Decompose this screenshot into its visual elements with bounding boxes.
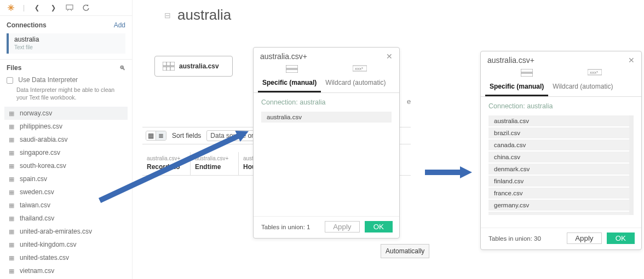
svg-text:xxx*: xxx* <box>355 66 363 71</box>
file-item[interactable]: ▦philippines.csv <box>4 120 128 133</box>
union-pill-label: australia.csv <box>179 62 219 70</box>
union-table-item[interactable]: brazil.csv <box>488 127 629 138</box>
close-icon[interactable]: ✕ <box>628 56 635 65</box>
file-item[interactable]: ▦norway.csv <box>4 107 128 120</box>
file-name: thailand.csv <box>20 214 54 222</box>
file-icon: ▦ <box>8 215 15 222</box>
file-icon: ▦ <box>8 241 15 248</box>
union-table-item[interactable]: denmark.csv <box>488 164 629 175</box>
file-item[interactable]: ▦united-states.csv <box>4 251 128 264</box>
file-item[interactable]: ▦united-kingdom.csv <box>4 238 128 251</box>
file-name: saudi-arabia.csv <box>20 136 67 143</box>
file-name: spain.csv <box>20 175 47 183</box>
connection-type: Text file <box>14 44 120 50</box>
nav-toolbar: | <box>0 0 132 16</box>
specific-icon <box>286 65 298 74</box>
file-icon: ▦ <box>8 176 15 183</box>
sort-fields-label: Sort fields <box>172 132 201 140</box>
file-icon: ▦ <box>8 189 15 196</box>
search-icon[interactable]: 🔍︎ <box>119 65 125 71</box>
file-icon: ▦ <box>8 136 15 143</box>
union-table-item[interactable]: australia.csv <box>261 112 392 123</box>
file-icon: ▦ <box>8 228 15 235</box>
grid-icon: ▦ <box>146 131 156 140</box>
tab-specific[interactable]: Specific (manual) <box>258 75 321 92</box>
apply-button[interactable]: Apply <box>325 221 359 233</box>
file-name: singapore.csv <box>20 149 60 156</box>
wildcard-icon: xxx* <box>588 69 602 78</box>
union-table-item[interactable]: finland.csv <box>488 176 629 187</box>
apply-button[interactable]: Apply <box>567 233 601 244</box>
file-item[interactable]: ▦saudi-arabia.csv <box>4 133 128 146</box>
presentation-icon[interactable] <box>65 3 74 12</box>
list-icon: ≣ <box>156 131 166 140</box>
files-header: Files 🔍︎ <box>0 59 132 74</box>
back-icon[interactable] <box>32 3 41 12</box>
tab-specific[interactable]: Specific (manual) <box>485 79 548 96</box>
datasource-canvas: ⊟ australia australia.csv e ▦ ≣ Sort fie… <box>142 0 644 279</box>
union-table-item[interactable]: canada.csv <box>488 140 629 150</box>
data-interpreter-block: Use Data Interpreter Data Interpreter mi… <box>0 74 132 106</box>
union-table-item[interactable]: france.csv <box>488 188 629 199</box>
refresh-icon[interactable] <box>82 3 90 12</box>
svg-rect-4 <box>66 5 73 9</box>
file-name: taiwan.csv <box>20 201 50 209</box>
svg-rect-18 <box>521 73 533 77</box>
union-table-item[interactable]: hong-kong.csv <box>488 212 629 215</box>
svg-text:xxx*: xxx* <box>590 70 598 75</box>
interpreter-description: Data Interpreter might be able to clean … <box>16 86 125 101</box>
file-item[interactable]: ▦south-korea.csv <box>4 159 128 172</box>
file-icon: ▦ <box>8 162 15 170</box>
file-icon: ▦ <box>8 268 15 275</box>
union-table-item[interactable]: germany.csv <box>488 200 629 211</box>
column-name: Endtime <box>195 163 234 171</box>
tab-wildcard[interactable]: Wildcard (automatic) <box>321 75 390 92</box>
datasource-title[interactable]: australia <box>177 7 231 24</box>
svg-rect-13 <box>286 65 298 68</box>
union-icon <box>163 62 175 71</box>
tab-wildcard[interactable]: Wildcard (automatic) <box>548 79 617 96</box>
ok-button[interactable]: OK <box>365 221 393 233</box>
use-data-interpreter-checkbox[interactable]: Use Data Interpreter <box>7 76 125 84</box>
datasource-icon: ⊟ <box>164 11 171 20</box>
add-connection-link[interactable]: Add <box>114 21 125 29</box>
svg-rect-7 <box>163 62 175 66</box>
file-icon: ▦ <box>8 149 15 156</box>
file-item[interactable]: ▦singapore.csv <box>4 146 128 159</box>
dialog-connection-label: Connection: australia <box>261 98 392 106</box>
file-item[interactable]: ▦vietnam.csv <box>4 264 128 277</box>
svg-rect-14 <box>286 69 298 73</box>
union-table-list[interactable]: australia.csvbrazil.csvcanada.csvchina.c… <box>488 115 634 215</box>
close-icon[interactable]: ✕ <box>386 52 393 61</box>
file-name: vietnam.csv <box>20 267 54 275</box>
connections-header: Connections Add <box>0 16 132 32</box>
automatically-button[interactable]: Automatically <box>381 244 429 258</box>
dialog-title: australia.csv+ <box>487 56 534 65</box>
file-icon: ▦ <box>8 123 15 130</box>
file-icon: ▦ <box>8 202 15 209</box>
wildcard-icon: xxx* <box>353 65 367 74</box>
svg-rect-8 <box>163 67 175 71</box>
connection-card[interactable]: australia Text file <box>7 33 125 54</box>
forward-icon <box>49 3 58 12</box>
svg-rect-17 <box>521 69 533 72</box>
union-pill[interactable]: australia.csv <box>154 56 233 77</box>
checkbox-icon <box>7 77 13 84</box>
file-name: philippines.csv <box>20 123 62 130</box>
file-item[interactable]: ▦spain.csv <box>4 172 128 185</box>
union-table-item[interactable]: australia.csv <box>488 115 629 126</box>
union-table-item[interactable]: china.csv <box>488 152 629 162</box>
file-name: sweden.csv <box>20 188 54 196</box>
tableau-logo-icon <box>7 3 15 12</box>
checkbox-label: Use Data Interpreter <box>18 76 78 84</box>
union-table-list[interactable]: australia.csv <box>261 112 392 124</box>
ok-button[interactable]: OK <box>607 233 635 244</box>
file-item[interactable]: ▦taiwan.csv <box>4 199 128 212</box>
file-icon: ▦ <box>8 254 15 261</box>
grid-view-toggle[interactable]: ▦ ≣ <box>146 131 166 141</box>
union-dialog-after: australia.csv+ ✕ xxx* Specific (manual) … <box>480 51 642 250</box>
union-dialog-before: australia.csv+ ✕ xxx* Specific (manual) … <box>253 47 400 239</box>
file-item[interactable]: ▦thailand.csv <box>4 212 128 225</box>
file-item[interactable]: ▦united-arab-emirates.csv <box>4 225 128 238</box>
partial-text-e: e <box>407 97 411 106</box>
